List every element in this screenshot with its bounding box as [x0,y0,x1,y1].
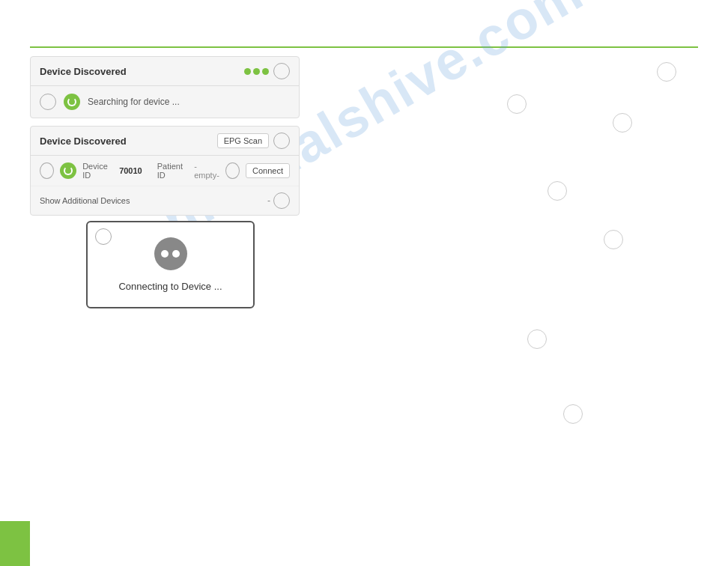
left-strip [0,521,30,566]
popup-top-circle[interactable] [95,228,112,245]
connecting-dot-2 [172,250,180,258]
show-additional-text: Show Additional Devices [40,196,130,205]
connecting-spinner [154,237,187,270]
panel-container: Device Discovered Searching for device .… [30,56,300,223]
deco-circle-6 [527,329,547,349]
green-dot-1 [244,68,251,75]
connecting-popup: Connecting to Device ... [86,221,255,308]
deco-circle-3 [613,113,632,133]
searching-text: Searching for device ... [88,97,180,107]
green-dot-2 [253,68,260,75]
epg-scan-button[interactable]: EPG Scan [217,133,269,148]
deco-circle-1 [657,62,676,82]
panel1-circle-btn[interactable] [273,63,290,79]
device-row: Device ID 70010 Patient ID -empty- Conne… [31,156,299,186]
connecting-dots [161,250,180,258]
device-panel-2: Device Discovered EPG Scan Device ID 700… [30,126,300,216]
spinner-animation [67,97,76,106]
device-panel-1: Device Discovered Searching for device .… [30,56,300,118]
dash-icon: - [267,195,270,206]
panel1-title: Device Discovered [40,66,127,77]
device-spinner-inner [64,166,73,175]
panel1-left-circle[interactable] [40,94,56,110]
deco-circle-5 [604,230,623,249]
connecting-dot-1 [161,250,169,258]
green-dot-3 [262,68,269,75]
connecting-text: Connecting to Device ... [118,281,222,292]
device-row-right-circle[interactable] [225,162,240,179]
panel2-header-right: EPG Scan [217,133,290,149]
panel2-header: Device Discovered EPG Scan [31,127,299,156]
deco-circle-7 [563,404,583,424]
device-id-label: Device ID [82,162,113,180]
panel1-body: Searching for device ... [31,86,299,118]
device-spinner [60,162,76,179]
searching-spinner [64,94,80,110]
show-additional-right: - [267,192,290,209]
device-row-left-circle[interactable] [40,162,54,179]
device-id-value: 70010 [119,166,142,175]
show-additional-row: Show Additional Devices - [31,186,299,215]
deco-circle-4 [547,181,567,201]
deco-circle-2 [507,94,527,114]
patient-id-label: Patient ID [157,162,188,180]
connect-button[interactable]: Connect [246,163,290,178]
panel1-header-right [244,63,290,79]
panel2-circle-btn[interactable] [273,133,290,149]
show-additional-circle[interactable] [273,192,290,209]
status-dots [244,68,269,75]
panel1-header: Device Discovered [31,57,299,86]
top-border [30,46,698,48]
patient-id-value: -empty- [194,162,219,180]
panel2-title: Device Discovered [40,136,127,147]
